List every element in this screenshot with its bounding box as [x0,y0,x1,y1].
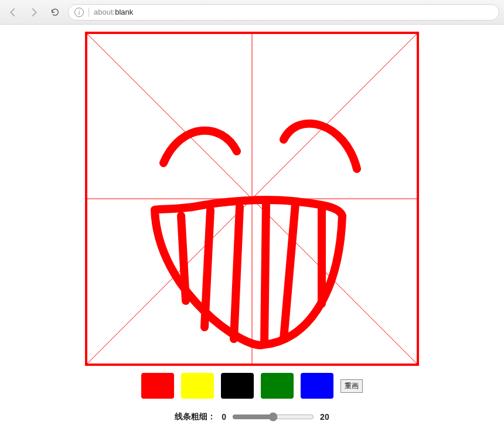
back-button[interactable] [5,4,21,21]
color-swatch-black[interactable] [221,373,254,399]
color-swatch-green[interactable] [261,373,294,399]
redraw-button[interactable]: 重画 [340,379,363,393]
svg-line-5 [205,210,210,327]
forward-button[interactable] [26,4,42,21]
canvas-drawing [87,34,417,364]
browser-toolbar: i about:blank [0,0,504,25]
line-width-control: 线条粗细： 0 20 [85,412,419,422]
svg-line-4 [181,216,186,301]
color-swatch-red[interactable] [141,373,174,399]
url-text: about:blank [94,8,133,16]
line-width-slider[interactable] [232,412,314,422]
controls-row: 重画 [85,373,419,399]
line-width-min: 0 [222,412,226,422]
color-swatch-blue[interactable] [301,373,333,399]
svg-line-7 [264,204,266,344]
line-width-max: 20 [320,412,329,422]
color-swatch-yellow[interactable] [181,373,214,399]
page-content: 重画 线条粗细： 0 20 [0,25,504,422]
info-icon: i [74,8,84,17]
reload-button[interactable] [47,4,63,21]
svg-line-6 [234,207,240,339]
drawing-canvas[interactable] [85,32,419,366]
svg-line-8 [284,204,295,339]
address-separator [88,8,89,17]
line-width-label: 线条粗细： [175,412,216,422]
address-bar[interactable]: i about:blank [68,4,499,21]
